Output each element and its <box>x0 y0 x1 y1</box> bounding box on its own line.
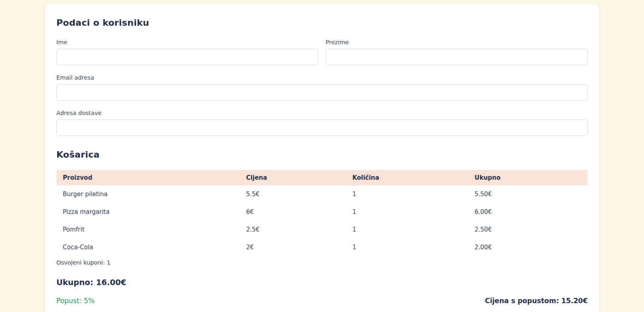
cart-total-text: Ukupno: 16.00€ <box>56 278 588 287</box>
cart-table-header-row: Proizvod Cijena Količina Ukupno <box>56 170 588 185</box>
cart-section-title: Košarica <box>56 150 588 160</box>
cell-price: 6€ <box>239 203 346 221</box>
email-label: Email adresa <box>56 74 588 81</box>
cell-total: 2.50€ <box>468 221 588 238</box>
cell-product: Pomfrit <box>56 221 239 238</box>
cell-price: 2.5€ <box>239 221 346 238</box>
cart-table: Proizvod Cijena Količina Ukupno Burger p… <box>56 170 588 256</box>
field-ime: Ime <box>56 39 318 65</box>
ime-label: Ime <box>56 39 318 45</box>
cell-total: 6.00€ <box>468 203 588 221</box>
discount-text: Popust: 5% <box>56 297 95 305</box>
col-header-cijena: Cijena <box>239 170 346 185</box>
table-row: Pizza margarita 6€ 1 6.00€ <box>56 203 588 221</box>
cell-quantity: 1 <box>346 238 468 256</box>
adresa-dostave-input[interactable] <box>56 119 588 136</box>
field-adresa-dostave: Adresa dostave <box>56 110 588 136</box>
ime-input[interactable] <box>56 49 318 65</box>
cell-total: 5.50€ <box>468 185 588 203</box>
adresa-dostave-label: Adresa dostave <box>56 110 588 116</box>
cell-product: Pizza margarita <box>56 203 239 221</box>
field-prezime: Prezime <box>326 39 588 65</box>
col-header-proizvod: Proizvod <box>56 170 239 185</box>
col-header-kolicina: Količina <box>346 170 468 185</box>
email-input[interactable] <box>56 84 588 101</box>
cell-total: 2.00€ <box>468 238 588 256</box>
discount-row: Popust: 5% Cijena s popustom: 15.20€ <box>56 297 588 305</box>
coupons-earned-text: Osvojeni kuponi: 1 <box>56 259 588 266</box>
cell-price: 2€ <box>239 238 346 256</box>
table-row: Coca-Cola 2€ 1 2.00€ <box>56 238 588 256</box>
cell-product: Coca-Cola <box>56 238 239 256</box>
discounted-price-text: Cijena s popustom: 15.20€ <box>485 297 588 305</box>
cell-product: Burger piletina <box>56 185 239 203</box>
name-surname-row: Ime Prezime <box>56 39 588 74</box>
checkout-card: Podaci o korisniku Ime Prezime Email adr… <box>45 4 599 312</box>
prezime-label: Prezime <box>326 39 588 45</box>
table-row: Burger piletina 5.5€ 1 5.50€ <box>56 185 588 203</box>
cell-quantity: 1 <box>346 203 468 221</box>
col-header-ukupno: Ukupno <box>468 170 588 185</box>
prezime-input[interactable] <box>326 49 588 65</box>
field-email: Email adresa <box>56 74 588 101</box>
cell-quantity: 1 <box>346 185 468 203</box>
user-section-title: Podaci o korisniku <box>56 18 588 28</box>
cell-quantity: 1 <box>346 221 468 238</box>
cell-price: 5.5€ <box>239 185 346 203</box>
table-row: Pomfrit 2.5€ 1 2.50€ <box>56 221 588 238</box>
